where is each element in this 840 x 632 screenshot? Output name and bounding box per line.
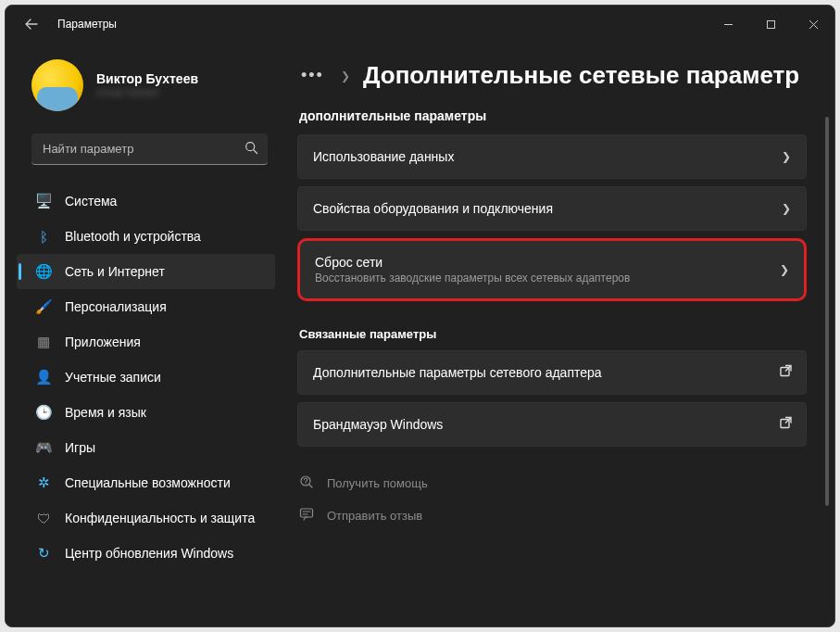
- sidebar-item-label: Bluetooth и устройства: [65, 229, 201, 244]
- main-content: ••• ❯ Дополнительные сетевые параметр до…: [288, 43, 834, 626]
- card-title: Брандмауэр Windows: [313, 417, 759, 432]
- titlebar: Параметры: [6, 6, 834, 43]
- external-link-icon: [779, 416, 793, 434]
- chevron-right-icon: ❯: [782, 150, 791, 163]
- sidebar-item-update[interactable]: ↻Центр обновления Windows: [17, 536, 275, 571]
- breadcrumb: ••• ❯ Дополнительные сетевые параметр: [297, 43, 829, 103]
- card-hw-props[interactable]: Свойства оборудования и подключения❯: [297, 186, 807, 231]
- card-subtitle: Восстановить заводские параметры всех се…: [315, 272, 758, 284]
- profile-email: email hidden: [96, 86, 198, 99]
- sidebar-item-apps[interactable]: ▦Приложения: [17, 324, 275, 360]
- sidebar-item-label: Игры: [65, 440, 95, 455]
- avatar: [31, 59, 83, 111]
- external-link-icon: [779, 364, 793, 382]
- sidebar-item-label: Система: [65, 194, 117, 209]
- profile-name: Виктор Бухтеев: [96, 71, 198, 86]
- help-icon: [299, 474, 314, 492]
- maximize-button[interactable]: [749, 6, 792, 43]
- svg-rect-5: [301, 509, 313, 517]
- system-icon: 🖥️: [35, 193, 52, 209]
- sidebar-item-privacy[interactable]: 🛡Конфиденциальность и защита: [17, 500, 275, 536]
- sidebar-item-accounts[interactable]: 👤Учетные записи: [17, 360, 275, 395]
- sidebar-item-label: Персонализация: [65, 299, 167, 314]
- apps-icon: ▦: [35, 334, 52, 350]
- card-title: Сброс сети: [315, 255, 758, 270]
- bluetooth-icon: ᛒ: [35, 228, 52, 245]
- sidebar-item-label: Центр обновления Windows: [65, 546, 233, 561]
- card-firewall[interactable]: Брандмауэр Windows: [297, 402, 807, 447]
- card-title: Использование данных: [313, 149, 759, 164]
- feedback-label: Отправить отзыв: [327, 509, 422, 523]
- card-data-usage[interactable]: Использование данных❯: [297, 134, 807, 179]
- sidebar: Виктор Бухтеев email hidden 🖥️СистемаᛒBl…: [6, 43, 288, 626]
- chevron-right-icon: ❯: [341, 70, 350, 82]
- section-related-heading: Связанные параметры: [299, 327, 829, 341]
- card-net-reset[interactable]: Сброс сетиВосстановить заводские парамет…: [297, 238, 807, 301]
- privacy-icon: 🛡: [35, 510, 52, 526]
- settings-window: Параметры Виктор Бухтеев email hidden: [5, 5, 835, 627]
- sidebar-item-system[interactable]: 🖥️Система: [17, 183, 275, 219]
- chevron-right-icon: ❯: [780, 263, 789, 276]
- accessibility-icon: ✲: [35, 474, 52, 491]
- time-icon: 🕒: [35, 404, 52, 421]
- card-title: Дополнительные параметры сетевого адапте…: [313, 365, 759, 380]
- card-title: Свойства оборудования и подключения: [313, 201, 759, 216]
- sidebar-item-label: Время и язык: [65, 405, 146, 420]
- sidebar-item-label: Приложения: [65, 335, 141, 349]
- search-icon: [244, 141, 258, 158]
- update-icon: ↻: [35, 545, 52, 562]
- accounts-icon: 👤: [35, 369, 52, 386]
- page-title: Дополнительные сетевые параметр: [363, 61, 799, 90]
- profile-block[interactable]: Виктор Бухтеев email hidden: [6, 43, 284, 128]
- sidebar-item-label: Конфиденциальность и защита: [65, 511, 255, 525]
- svg-point-1: [246, 143, 255, 151]
- breadcrumb-ellipsis[interactable]: •••: [297, 66, 328, 85]
- close-button[interactable]: [792, 6, 834, 43]
- search-input[interactable]: [31, 133, 268, 165]
- back-button[interactable]: [22, 15, 41, 33]
- sidebar-item-accessibility[interactable]: ✲Специальные возможности: [17, 465, 275, 500]
- cards-related: Дополнительные параметры сетевого адапте…: [297, 350, 829, 450]
- network-icon: 🌐: [35, 263, 52, 280]
- feedback-link[interactable]: Отправить отзыв: [299, 507, 829, 525]
- section-extra-heading: дополнительные параметры: [299, 108, 829, 123]
- help-label: Получить помощь: [327, 476, 428, 490]
- gaming-icon: 🎮: [35, 439, 52, 456]
- sidebar-item-label: Сеть и Интернет: [65, 264, 165, 279]
- nav-list: 🖥️СистемаᛒBluetooth и устройства🌐Сеть и …: [6, 183, 284, 571]
- card-adapter-options[interactable]: Дополнительные параметры сетевого адапте…: [297, 350, 807, 395]
- chevron-right-icon: ❯: [782, 202, 791, 215]
- minimize-button[interactable]: [707, 6, 749, 43]
- sidebar-item-bluetooth[interactable]: ᛒBluetooth и устройства: [17, 219, 275, 254]
- window-title: Параметры: [57, 18, 117, 31]
- personalization-icon: 🖌️: [35, 298, 52, 315]
- feedback-icon: [299, 507, 314, 525]
- sidebar-item-gaming[interactable]: 🎮Игры: [17, 430, 275, 465]
- sidebar-item-personalization[interactable]: 🖌️Персонализация: [17, 289, 275, 324]
- scrollbar[interactable]: [825, 117, 829, 506]
- sidebar-item-time[interactable]: 🕒Время и язык: [17, 395, 275, 430]
- help-link[interactable]: Получить помощь: [299, 474, 829, 492]
- svg-rect-0: [767, 20, 774, 28]
- sidebar-item-network[interactable]: 🌐Сеть и Интернет: [17, 254, 275, 289]
- sidebar-item-label: Специальные возможности: [65, 475, 231, 490]
- cards-extra: Использование данных❯Свойства оборудован…: [297, 134, 829, 305]
- sidebar-item-label: Учетные записи: [65, 370, 161, 385]
